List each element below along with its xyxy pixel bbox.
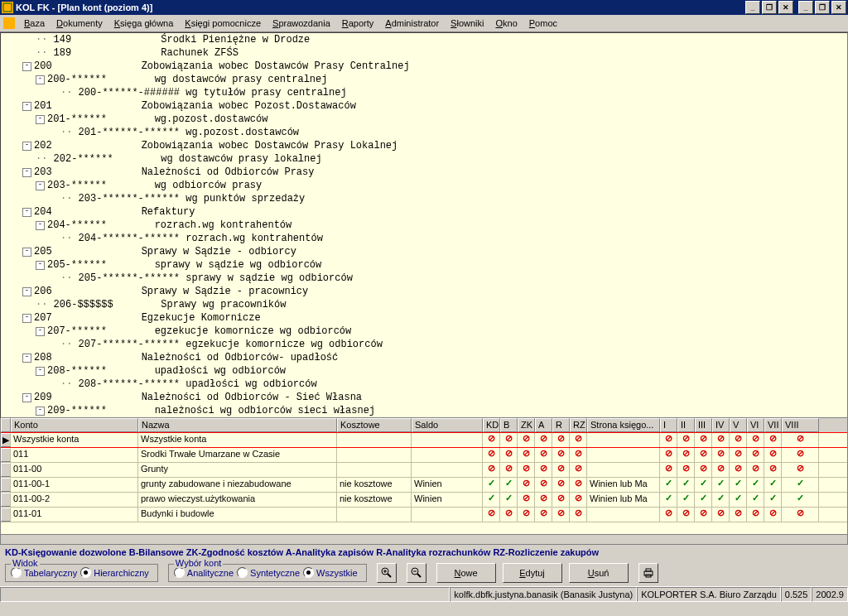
col-header[interactable]: RZ xyxy=(570,418,587,432)
menu-raporty[interactable]: Raporty xyxy=(336,17,380,29)
tree-node[interactable]: ·· 208-******-****** upadłości wg odbior… xyxy=(1,378,847,391)
col-header[interactable]: I xyxy=(660,418,677,432)
tree-toggle-icon[interactable]: - xyxy=(22,248,31,257)
tree-toggle-icon[interactable]: - xyxy=(36,407,45,416)
tree-toggle-icon[interactable]: - xyxy=(22,314,31,323)
edytuj-button[interactable]: Edytuj xyxy=(503,563,562,583)
menu-okno[interactable]: Okno xyxy=(489,17,523,29)
tree-node[interactable]: -203-****** wg odbiorców prasy xyxy=(1,179,847,192)
child-minimize-button[interactable]: _ xyxy=(798,1,813,14)
zoom-in-button[interactable] xyxy=(377,563,397,583)
col-header[interactable]: II xyxy=(677,418,695,432)
tree-node[interactable]: -205-****** sprawy w sądzie wg odbiorców xyxy=(1,258,847,272)
table-row[interactable]: ▶Wszystkie kontaWszystkie konta⊘⊘⊘⊘⊘⊘⊘⊘⊘… xyxy=(1,432,847,448)
usuń-button[interactable]: Usuń xyxy=(569,563,629,583)
tree-node[interactable]: -208-****** upadłości wg odbiorców xyxy=(1,364,847,378)
col-header[interactable]: III xyxy=(695,418,712,432)
close-button[interactable]: ✕ xyxy=(778,1,793,14)
tree-node[interactable]: -203 Należności od Odbiorców Prasy xyxy=(1,166,847,179)
tree-toggle-icon[interactable]: - xyxy=(22,208,31,217)
table-row[interactable]: 011Srodki Trwałe Umarzane w Czasie⊘⊘⊘⊘⊘⊘… xyxy=(1,448,847,463)
menu-baza[interactable]: Baza xyxy=(18,17,51,29)
tree-toggle-icon[interactable]: - xyxy=(22,354,31,363)
tree-node[interactable]: -204 Refaktury xyxy=(1,205,847,219)
col-header[interactable]: VI xyxy=(747,418,764,432)
tree-toggle-icon[interactable]: - xyxy=(36,181,45,190)
menu-sprawozdania[interactable]: Sprawozdania xyxy=(267,17,336,29)
tree-node[interactable]: -207 Egzekucje Komornicze xyxy=(1,311,847,325)
minimize-button[interactable]: _ xyxy=(745,1,760,14)
tree-node[interactable]: ·· 207-******-****** egzekucje komornicz… xyxy=(1,338,847,351)
radio-analityczne[interactable]: Analityczne xyxy=(174,567,234,578)
col-header[interactable]: V xyxy=(730,418,747,432)
table-row[interactable]: 011-00-1grunty zabudowane i niezabudowan… xyxy=(1,478,847,493)
radio-hierarchiczny[interactable]: Hierarchiczny xyxy=(80,567,149,578)
horizontal-scrollbar[interactable] xyxy=(1,534,847,545)
account-tree[interactable]: ·· 149 Środki Pieniężne w Drodze·· 189 R… xyxy=(0,32,848,418)
tree-node[interactable]: ·· 200-******-###### wg tytułów prasy ce… xyxy=(1,86,847,99)
col-header[interactable]: ZK xyxy=(518,418,535,432)
col-header[interactable]: A xyxy=(535,418,552,432)
col-header[interactable]: VII xyxy=(764,418,782,432)
menu-księga-główna[interactable]: Księga główna xyxy=(108,17,180,29)
col-header[interactable]: Nazwa xyxy=(138,418,337,432)
col-header[interactable]: Saldo xyxy=(412,418,483,432)
col-header[interactable]: Strona księgo... xyxy=(587,418,660,432)
col-header[interactable]: VIII xyxy=(782,418,819,432)
radio-syntetyczne[interactable]: Syntetyczne xyxy=(237,567,300,578)
zoom-out-button[interactable] xyxy=(407,563,426,583)
tree-toggle-icon[interactable]: - xyxy=(22,287,31,296)
menu-dokumenty[interactable]: Dokumenty xyxy=(51,17,108,29)
tree-node[interactable]: -201 Zobowiązania wobec Pozost.Dostawacó… xyxy=(1,99,847,113)
menu-księgi-pomocnicze[interactable]: Księgi pomocnicze xyxy=(179,17,267,29)
radio-tabelaryczny[interactable]: Tabelaryczny xyxy=(11,567,77,578)
menu-pomoc[interactable]: Pomoc xyxy=(523,17,563,29)
tree-node[interactable]: -207-****** egzekucje komornicze wg odbi… xyxy=(1,325,847,338)
table-row[interactable]: 011-01Budynki i budowle⊘⊘⊘⊘⊘⊘⊘⊘⊘⊘⊘⊘⊘⊘ xyxy=(1,508,847,522)
tree-toggle-icon[interactable]: - xyxy=(22,62,31,71)
table-row[interactable]: 011-00-2prawo wieczyst.użytkowanianie ko… xyxy=(1,493,847,508)
tree-node[interactable]: -208 Należności od Odbiorców- upadłość xyxy=(1,351,847,364)
radio-wszystkie[interactable]: Wszystkie xyxy=(303,567,358,578)
col-header[interactable]: IV xyxy=(712,418,730,432)
tree-node[interactable]: ·· 204-******-****** rozrach.wg kontrahe… xyxy=(1,232,847,245)
tree-node[interactable]: ·· 189 Rachunek ZFŚS xyxy=(1,46,847,60)
tree-node[interactable]: -209 Należności od Odbiorców - Sieć Włas… xyxy=(1,391,847,404)
table-row[interactable]: 011-00Grunty⊘⊘⊘⊘⊘⊘⊘⊘⊘⊘⊘⊘⊘⊘ xyxy=(1,463,847,478)
tree-node[interactable]: -200 Zobowiązania wobec Dostawców Prasy … xyxy=(1,60,847,73)
tree-node[interactable]: -205 Sprawy w Sądzie - odbiorcy xyxy=(1,245,847,258)
menu-administrator[interactable]: Administrator xyxy=(379,17,445,29)
restore-button[interactable]: ❐ xyxy=(762,1,777,14)
tree-toggle-icon[interactable]: - xyxy=(22,142,31,151)
col-header[interactable]: Kosztowe xyxy=(337,418,412,432)
tree-toggle-icon[interactable]: - xyxy=(36,261,45,270)
col-header[interactable]: Konto xyxy=(11,418,138,432)
tree-toggle-icon[interactable]: - xyxy=(36,367,45,376)
tree-node[interactable]: ·· 206-$$$$$$ Sprawy wg pracowników xyxy=(1,298,847,311)
tree-toggle-icon[interactable]: - xyxy=(36,221,45,230)
account-grid[interactable]: KontoNazwaKosztoweSaldoKDBZKARRZStrona k… xyxy=(0,418,848,545)
print-button[interactable] xyxy=(638,563,658,583)
tree-node[interactable]: -201-****** wg.pozost.dostawców xyxy=(1,113,847,126)
nowe-button[interactable]: Nowe xyxy=(436,563,496,583)
tree-toggle-icon[interactable]: - xyxy=(36,115,45,124)
tree-node[interactable]: ·· 202-****** wg dostawców prasy lokalne… xyxy=(1,152,847,166)
col-header[interactable]: B xyxy=(500,418,518,432)
menu-słowniki[interactable]: Słowniki xyxy=(445,17,489,29)
child-restore-button[interactable]: ❐ xyxy=(815,1,830,14)
tree-node[interactable]: -200-****** wg dostawców prasy centralne… xyxy=(1,73,847,86)
tree-node[interactable]: -204-****** rozrach.wg kontrahentów xyxy=(1,219,847,232)
col-header[interactable]: R xyxy=(552,418,570,432)
tree-node[interactable]: -206 Sprawy w Sądzie - pracownicy xyxy=(1,285,847,298)
col-header[interactable]: KD xyxy=(483,418,500,432)
tree-toggle-icon[interactable]: - xyxy=(36,75,45,84)
child-close-button[interactable]: ✕ xyxy=(831,1,846,14)
tree-node[interactable]: -202 Zobowiązania wobec Dostawców Prasy … xyxy=(1,139,847,152)
tree-node[interactable]: ·· 205-******-****** sprawy w sądzie wg … xyxy=(1,272,847,285)
tree-node[interactable]: -209-****** należności wg odbiorców siec… xyxy=(1,404,847,417)
tree-toggle-icon[interactable]: - xyxy=(36,327,45,336)
tree-node[interactable]: ·· 149 Środki Pieniężne w Drodze xyxy=(1,33,847,46)
tree-toggle-icon[interactable]: - xyxy=(22,102,31,111)
tree-node[interactable]: ·· 203-******-****** wg punktów sprzedaż… xyxy=(1,192,847,205)
tree-toggle-icon[interactable]: - xyxy=(22,168,31,177)
